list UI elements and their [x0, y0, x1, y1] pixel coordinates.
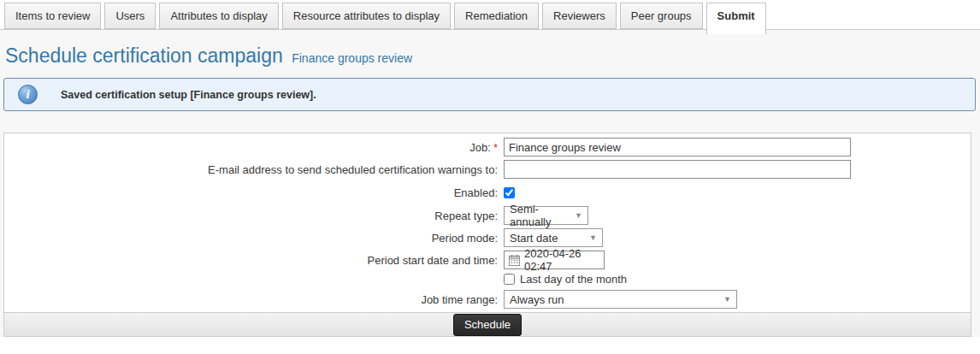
job-time-range-label: Job time range:: [4, 293, 498, 306]
chevron-down-icon: ▼: [582, 233, 597, 242]
form-row-job: Job:*: [4, 138, 971, 156]
page-content: Schedule certification campaign Finance …: [0, 30, 980, 337]
job-time-range-value: Always run: [510, 293, 564, 306]
enabled-checkbox[interactable]: [504, 187, 515, 198]
last-day-label: Last day of the month: [520, 273, 627, 286]
form-row-repeat-type: Repeat type: Semi-annually ▼: [4, 206, 971, 225]
repeat-type-label: Repeat type:: [4, 209, 498, 222]
tab-bar: Items to review Users Attributes to disp…: [0, 0, 980, 30]
period-start-label: Period start date and time:: [4, 254, 498, 267]
info-banner-text: Saved certification setup [Finance group…: [61, 89, 316, 101]
schedule-form-panel: Job:* E-mail address to send scheduled c…: [3, 133, 971, 337]
tab-users[interactable]: Users: [104, 3, 156, 29]
form-row-period-start: Period start date and time:: [4, 251, 971, 269]
info-banner: i Saved certification setup [Finance gro…: [3, 78, 976, 111]
tab-reviewers[interactable]: Reviewers: [542, 3, 617, 29]
job-label-text: Job:: [469, 141, 491, 154]
required-asterisk: *: [493, 141, 498, 154]
job-input[interactable]: [504, 138, 851, 156]
period-mode-select[interactable]: Start date ▼: [504, 228, 603, 247]
email-input[interactable]: [504, 160, 851, 179]
job-time-range-select[interactable]: Always run ▼: [504, 290, 737, 309]
tab-remediation[interactable]: Remediation: [454, 3, 539, 29]
tab-attributes-to-display[interactable]: Attributes to display: [159, 3, 278, 29]
repeat-type-value: Semi-annually: [510, 203, 568, 228]
last-day-checkbox[interactable]: [504, 274, 515, 285]
enabled-label: Enabled:: [4, 186, 498, 199]
schedule-button[interactable]: Schedule: [453, 314, 522, 336]
form-row-email: E-mail address to send scheduled certifi…: [4, 160, 971, 179]
form-row-enabled: Enabled:: [4, 182, 971, 203]
period-mode-value: Start date: [510, 232, 558, 245]
period-mode-label: Period mode:: [4, 232, 498, 245]
form-row-job-time-range: Job time range: Always run ▼: [4, 290, 971, 309]
tab-submit[interactable]: Submit: [706, 3, 766, 34]
chevron-down-icon: ▼: [717, 295, 731, 304]
calendar-icon: [509, 255, 520, 266]
form-row-period-mode: Period mode: Start date ▼: [4, 228, 971, 247]
chevron-down-icon: ▼: [568, 211, 582, 220]
period-start-value: 2020-04-26 02:47: [524, 247, 599, 273]
tab-peer-groups[interactable]: Peer groups: [620, 3, 703, 29]
tab-items-to-review[interactable]: Items to review: [4, 3, 101, 29]
repeat-type-select[interactable]: Semi-annually ▼: [504, 206, 588, 225]
page-title: Schedule certification campaign: [5, 44, 283, 67]
page-header: Schedule certification campaign Finance …: [5, 44, 980, 68]
info-icon: i: [18, 85, 38, 104]
job-label: Job:*: [4, 141, 498, 154]
email-label: E-mail address to send scheduled certifi…: [4, 163, 498, 176]
form-footer-bar: Schedule: [4, 312, 971, 336]
tab-resource-attributes-to-display[interactable]: Resource attributes to display: [282, 3, 451, 29]
schedule-form-body: Job:* E-mail address to send scheduled c…: [4, 133, 971, 312]
form-row-last-day: Last day of the month: [4, 273, 971, 286]
period-start-datepicker[interactable]: 2020-04-26 02:47: [504, 251, 605, 269]
page-subtitle: Finance groups review: [292, 51, 412, 65]
